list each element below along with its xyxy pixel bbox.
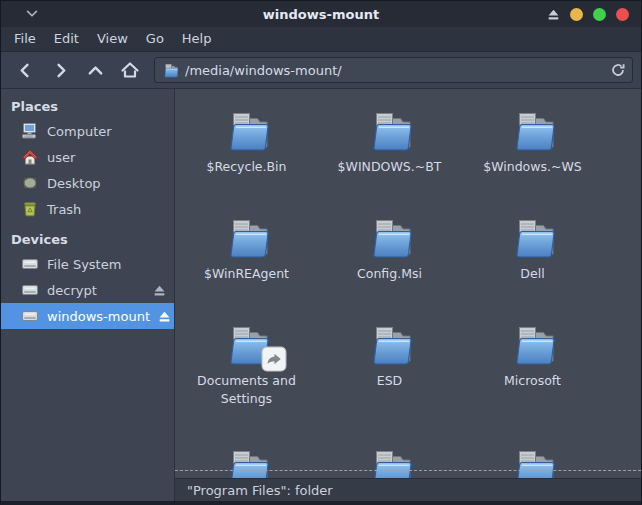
file-icon-wrap: [509, 214, 557, 262]
sidebar-place-item[interactable]: user: [1, 144, 174, 170]
places-list: Computer user Desktop Trash: [1, 118, 174, 222]
toolbar: [1, 52, 641, 89]
main-pane: $Recycle.Bin $WINDOWS.~BT: [175, 89, 641, 501]
device-label: windows-mount: [47, 309, 150, 324]
eject-icon: [153, 284, 166, 297]
file-item[interactable]: $WINDOWS.~BT: [318, 95, 461, 202]
file-icon-wrap: [223, 445, 271, 478]
sidebar-device-item[interactable]: File System: [1, 251, 174, 277]
file-icon-wrap: [509, 321, 557, 369]
file-label: ESD: [374, 372, 405, 390]
file-item[interactable]: $Windows.~WS: [461, 95, 604, 202]
folder-icon: [162, 62, 179, 79]
menu-item[interactable]: Go: [137, 27, 173, 51]
file-item[interactable]: ESD: [318, 309, 461, 433]
folder-icon: [223, 214, 271, 262]
file-view[interactable]: $Recycle.Bin $WINDOWS.~BT: [175, 89, 641, 478]
sidebar-device-item[interactable]: windows-mount: [1, 303, 174, 329]
menu-item[interactable]: Edit: [45, 27, 88, 51]
content: Places Computer user Desktop Trash Devic…: [1, 89, 641, 501]
place-label: Trash: [47, 202, 81, 217]
statusbar: "Program Files": folder: [175, 478, 641, 501]
folder-icon: [366, 445, 414, 478]
folder-icon: [509, 214, 557, 262]
chevron-up-icon: [87, 62, 104, 79]
folder-icon: [223, 445, 271, 478]
place-icon: [21, 174, 39, 192]
file-item[interactable]: MyCache: [175, 433, 318, 478]
menu-item[interactable]: View: [88, 27, 137, 51]
file-icon-wrap: [223, 214, 271, 262]
devices-list: File System decrypt windows-mount: [1, 251, 174, 329]
folder-icon: [223, 107, 271, 155]
file-item[interactable]: $Recycle.Bin: [175, 95, 318, 202]
up-button[interactable]: [79, 57, 111, 83]
forward-button[interactable]: [44, 57, 76, 83]
menubar: FileEditViewGoHelp: [1, 27, 641, 52]
menu-item[interactable]: File: [5, 27, 45, 51]
device-eject-button[interactable]: [158, 310, 171, 323]
folder-icon: [509, 321, 557, 369]
window-control-button[interactable]: [570, 8, 583, 21]
file-icon-wrap: [366, 214, 414, 262]
menu-item[interactable]: Help: [173, 27, 221, 51]
devices-header: Devices: [1, 226, 174, 251]
file-item[interactable]: MySymbols: [318, 433, 461, 478]
file-label: $WinREAgent: [201, 265, 292, 283]
file-icon-wrap: [223, 321, 271, 369]
device-eject-button[interactable]: [153, 284, 166, 297]
eject-button[interactable]: [547, 8, 560, 21]
chevron-down-icon: [25, 8, 39, 20]
status-text: "Program Files": folder: [187, 483, 333, 498]
titlebar: windows-mount: [1, 1, 641, 27]
place-icon: [21, 122, 39, 140]
reload-icon: [611, 63, 625, 77]
file-manager-window: windows-mount FileEditViewGoHelp: [0, 0, 642, 505]
file-item[interactable]: $WinREAgent: [175, 202, 318, 309]
path-input[interactable]: [185, 63, 605, 78]
folder-icon: [366, 321, 414, 369]
file-icon-wrap: [366, 321, 414, 369]
sidebar: Places Computer user Desktop Trash Devic…: [1, 89, 175, 501]
file-grid: $Recycle.Bin $WINDOWS.~BT: [175, 89, 641, 478]
drive-icon: [21, 281, 39, 299]
home-button[interactable]: [114, 57, 146, 83]
file-label: $WINDOWS.~BT: [335, 158, 445, 176]
file-label: Documents and Settings: [181, 372, 313, 407]
eject-icon: [547, 8, 560, 21]
window-buttons: [570, 8, 629, 21]
file-item[interactable]: Documents and Settings: [175, 309, 318, 433]
file-icon-wrap: [509, 445, 557, 478]
drop-indicator-line: [175, 470, 641, 471]
reload-button[interactable]: [611, 63, 625, 77]
home-icon: [120, 61, 140, 79]
folder-icon: [509, 107, 557, 155]
file-icon-wrap: [366, 107, 414, 155]
file-item[interactable]: Config.Msi: [318, 202, 461, 309]
device-label: decrypt: [47, 283, 97, 298]
chevron-left-icon: [17, 62, 34, 79]
file-item[interactable]: Dell: [461, 202, 604, 309]
titlebar-controls: [547, 8, 629, 21]
sidebar-place-item[interactable]: Desktop: [1, 170, 174, 196]
file-item[interactable]: Microsoft: [461, 309, 604, 433]
window-control-button[interactable]: [616, 8, 629, 21]
sidebar-place-item[interactable]: Trash: [1, 196, 174, 222]
file-label: Microsoft: [501, 372, 564, 390]
file-label: Dell: [517, 265, 547, 283]
device-label: File System: [47, 257, 121, 272]
window-control-button[interactable]: [593, 8, 606, 21]
sidebar-place-item[interactable]: Computer: [1, 118, 174, 144]
folder-icon: [366, 214, 414, 262]
shade-window-button[interactable]: [25, 8, 39, 20]
sidebar-device-item[interactable]: decrypt: [1, 277, 174, 303]
drive-icon: [21, 307, 39, 325]
eject-icon: [158, 310, 171, 323]
folder-icon: [366, 107, 414, 155]
place-label: Computer: [47, 124, 112, 139]
place-icon: [21, 148, 39, 166]
drive-icon: [21, 255, 39, 273]
file-item[interactable]: OneDriveTemp: [461, 433, 604, 478]
back-button[interactable]: [9, 57, 41, 83]
file-icon-wrap: [509, 107, 557, 155]
